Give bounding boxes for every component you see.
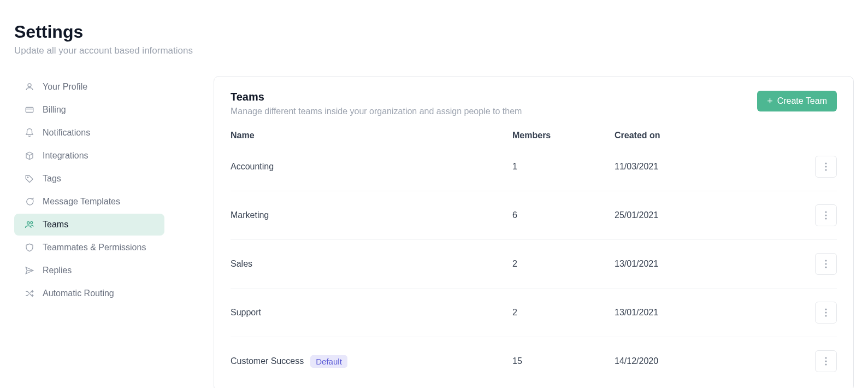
bell-icon	[24, 127, 35, 138]
table-row: Marketing625/01/2021	[231, 191, 837, 239]
row-actions-button[interactable]	[815, 156, 837, 178]
sidebar-item-your-profile[interactable]: Your Profile	[14, 76, 164, 98]
panel-title: Teams	[231, 91, 522, 103]
sidebar-item-label: Tags	[43, 174, 61, 184]
sidebar-item-tags[interactable]: Tags	[14, 168, 164, 190]
svg-point-8	[825, 162, 826, 164]
create-button-label: Create Team	[777, 96, 827, 106]
svg-point-10	[825, 169, 826, 171]
svg-point-19	[825, 315, 826, 316]
svg-point-16	[825, 266, 826, 268]
sidebar-item-replies[interactable]: Replies	[14, 260, 164, 281]
svg-point-4	[27, 177, 28, 178]
team-name: Customer Success	[231, 356, 304, 366]
team-name: Marketing	[231, 210, 269, 220]
svg-rect-1	[26, 108, 33, 113]
svg-point-5	[27, 222, 30, 225]
svg-point-22	[825, 363, 826, 365]
svg-point-6	[31, 221, 33, 224]
team-created-on: 13/01/2021	[615, 308, 767, 318]
svg-point-18	[825, 311, 826, 313]
team-created-on: 11/03/2021	[615, 162, 767, 172]
team-members: 2	[512, 259, 615, 269]
svg-point-20	[825, 357, 826, 358]
sidebar-item-teams[interactable]: Teams	[14, 214, 164, 236]
team-created-on: 14/12/2020	[615, 356, 767, 366]
svg-point-14	[825, 260, 826, 261]
svg-point-9	[825, 166, 826, 167]
shuffle-icon	[24, 288, 35, 299]
more-vertical-icon	[825, 260, 827, 268]
sidebar-item-label: Teams	[43, 220, 68, 230]
svg-point-15	[825, 263, 826, 264]
sidebar-item-label: Billing	[43, 105, 66, 115]
sidebar-item-label: Your Profile	[43, 82, 87, 92]
table-row: Customer SuccessDefault1514/12/2020	[231, 337, 837, 385]
sidebar-item-label: Teammates & Permissions	[43, 243, 146, 252]
table-row: Accounting111/03/2021	[231, 148, 837, 191]
svg-point-12	[825, 214, 826, 216]
column-header-name: Name	[231, 131, 512, 140]
more-vertical-icon	[825, 308, 827, 317]
svg-point-0	[28, 84, 31, 87]
column-header-created-on: Created on	[615, 131, 767, 140]
sidebar-item-teammates-permissions[interactable]: Teammates & Permissions	[14, 237, 164, 258]
page-subtitle: Update all your account based informatio…	[14, 45, 854, 56]
sidebar-item-label: Notifications	[43, 128, 90, 138]
sidebar-item-label: Message Templates	[43, 197, 120, 207]
team-members: 1	[512, 162, 615, 172]
user-icon	[24, 81, 35, 92]
sidebar-item-notifications[interactable]: Notifications	[14, 122, 164, 144]
sidebar-item-automatic-routing[interactable]: Automatic Routing	[14, 283, 164, 304]
svg-point-17	[825, 308, 826, 310]
default-badge: Default	[310, 355, 347, 368]
send-icon	[24, 265, 35, 276]
sidebar-item-label: Integrations	[43, 151, 88, 161]
panel-subtitle: Manage different teams inside your organ…	[231, 107, 522, 116]
more-vertical-icon	[825, 211, 827, 220]
team-created-on: 25/01/2021	[615, 210, 767, 220]
card-icon	[24, 104, 35, 115]
team-members: 2	[512, 308, 615, 318]
more-vertical-icon	[825, 162, 827, 171]
more-vertical-icon	[825, 357, 827, 366]
svg-point-13	[825, 217, 826, 219]
sidebar-item-label: Automatic Routing	[43, 289, 114, 298]
column-header-members: Members	[512, 131, 615, 140]
sidebar-item-message-templates[interactable]: Message Templates	[14, 191, 164, 213]
team-name: Sales	[231, 259, 252, 269]
chat-icon	[24, 196, 35, 207]
sidebar-item-integrations[interactable]: Integrations	[14, 145, 164, 167]
plus-icon: +	[767, 96, 773, 106]
page-title: Settings	[14, 22, 854, 42]
create-team-button[interactable]: + Create Team	[757, 91, 837, 111]
sidebar-item-label: Replies	[43, 266, 72, 275]
teams-panel: Teams Manage different teams inside your…	[214, 76, 854, 388]
row-actions-button[interactable]	[815, 302, 837, 324]
row-actions-button[interactable]	[815, 204, 837, 226]
team-members: 6	[512, 210, 615, 220]
table-row: Support213/01/2021	[231, 288, 837, 337]
team-name: Accounting	[231, 162, 274, 172]
row-actions-button[interactable]	[815, 253, 837, 275]
table-row: Sales213/01/2021	[231, 239, 837, 288]
svg-point-21	[825, 360, 826, 362]
users-icon	[24, 219, 35, 230]
box-icon	[24, 150, 35, 161]
shield-icon	[24, 242, 35, 253]
tag-icon	[24, 173, 35, 184]
team-name: Support	[231, 308, 261, 318]
settings-sidebar: Your Profile Billing Notifications Integ…	[14, 76, 164, 305]
row-actions-button[interactable]	[815, 350, 837, 372]
svg-point-11	[825, 211, 826, 213]
team-members: 15	[512, 356, 615, 366]
team-created-on: 13/01/2021	[615, 259, 767, 269]
sidebar-item-billing[interactable]: Billing	[14, 99, 164, 121]
